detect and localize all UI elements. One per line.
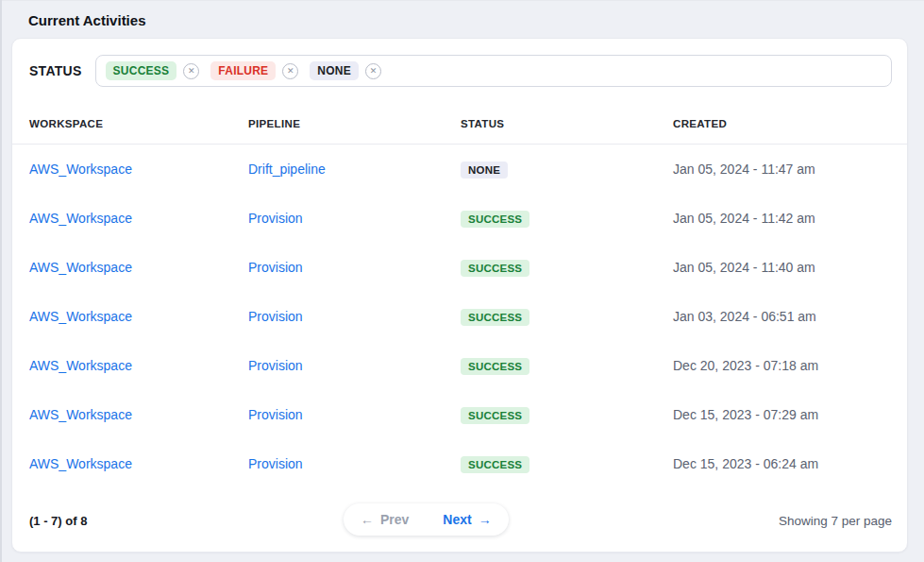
filter-tag-group: NONE ✕ (310, 61, 381, 80)
status-badge: SUCCESS (461, 358, 529, 375)
pipeline-link[interactable]: Provision (248, 407, 303, 422)
filter-tag: NONE (310, 61, 359, 80)
created-cell: Dec 20, 2023 - 07:18 am (673, 358, 892, 373)
workspace-link[interactable]: AWS_Workspace (29, 407, 132, 422)
range-text: (1 - 7) of 8 (29, 514, 87, 528)
table-body: AWS_Workspace Drift_pipeline NONE Jan 05… (12, 145, 907, 488)
pipeline-link[interactable]: Provision (248, 260, 303, 275)
arrow-left-icon: ← (361, 512, 374, 527)
table-header-row: WORKSPACE PIPELINE STATUS CREATED (12, 103, 907, 145)
per-page-text: Showing 7 per page (779, 514, 892, 528)
table-row: AWS_Workspace Provision SUCCESS Jan 05, … (12, 243, 907, 292)
status-badge: SUCCESS (461, 456, 529, 473)
pagination-footer: (1 - 7) of 8 ← Prev Next → Showing 7 per… (12, 488, 907, 553)
next-button[interactable]: Next → (426, 503, 508, 536)
pipeline-link[interactable]: Drift_pipeline (248, 162, 326, 177)
column-header-created: CREATED (673, 118, 892, 129)
workspace-link[interactable]: AWS_Workspace (29, 309, 132, 324)
table-row: AWS_Workspace Provision SUCCESS Dec 20, … (12, 341, 907, 390)
pipeline-link[interactable]: Provision (248, 358, 303, 373)
status-badge: SUCCESS (461, 260, 529, 277)
arrow-right-icon: → (479, 512, 492, 527)
window-left-edge (0, 0, 2, 562)
status-badge: SUCCESS (461, 309, 529, 326)
status-badge: SUCCESS (461, 407, 529, 424)
filter-tag: SUCCESS (106, 61, 177, 80)
status-filter-row: STATUS SUCCESS ✕ FAILURE ✕ NONE ✕ (12, 39, 907, 103)
pipeline-link[interactable]: Provision (248, 211, 303, 226)
table-row: AWS_Workspace Provision SUCCESS Jan 03, … (12, 292, 907, 341)
remove-tag-icon[interactable]: ✕ (183, 63, 199, 79)
status-filter-input[interactable]: SUCCESS ✕ FAILURE ✕ NONE ✕ (95, 55, 892, 87)
status-badge: NONE (461, 162, 508, 179)
status-filter-label: STATUS (29, 63, 82, 78)
workspace-link[interactable]: AWS_Workspace (29, 162, 132, 177)
next-button-label: Next (443, 512, 471, 527)
remove-tag-icon[interactable]: ✕ (282, 63, 298, 79)
table-row: AWS_Workspace Provision SUCCESS Jan 05, … (12, 194, 907, 243)
remove-tag-icon[interactable]: ✕ (365, 63, 381, 79)
column-header-pipeline: PIPELINE (248, 118, 461, 129)
table-row: AWS_Workspace Provision SUCCESS Dec 15, … (12, 390, 907, 439)
created-cell: Jan 05, 2024 - 11:40 am (673, 260, 892, 275)
workspace-link[interactable]: AWS_Workspace (29, 358, 132, 373)
status-badge: SUCCESS (461, 211, 529, 228)
workspace-link[interactable]: AWS_Workspace (29, 456, 132, 471)
created-cell: Dec 15, 2023 - 06:24 am (673, 456, 892, 471)
created-cell: Dec 15, 2023 - 07:29 am (673, 407, 892, 422)
workspace-link[interactable]: AWS_Workspace (29, 211, 132, 226)
prev-button-label: Prev (380, 512, 409, 527)
column-header-workspace: WORKSPACE (29, 118, 248, 129)
page-title: Current Activities (28, 12, 145, 28)
created-cell: Jan 05, 2024 - 11:47 am (673, 162, 892, 177)
filter-tag: FAILURE (210, 61, 276, 80)
activities-card: STATUS SUCCESS ✕ FAILURE ✕ NONE ✕ WORKSP… (11, 38, 908, 553)
table-row: AWS_Workspace Drift_pipeline NONE Jan 05… (12, 145, 907, 194)
filter-tag-group: SUCCESS ✕ (106, 61, 200, 80)
pipeline-link[interactable]: Provision (248, 456, 303, 471)
column-header-status: STATUS (461, 118, 673, 129)
created-cell: Jan 03, 2024 - 06:51 am (673, 309, 892, 324)
prev-button[interactable]: ← Prev (344, 503, 426, 536)
window-top-edge (0, 0, 924, 1)
filter-tag-group: FAILURE ✕ (210, 61, 298, 80)
table-row: AWS_Workspace Provision SUCCESS Dec 15, … (12, 439, 907, 488)
pager: ← Prev Next → (344, 503, 509, 536)
workspace-link[interactable]: AWS_Workspace (29, 260, 132, 275)
created-cell: Jan 05, 2024 - 11:42 am (673, 211, 892, 226)
pipeline-link[interactable]: Provision (248, 309, 303, 324)
